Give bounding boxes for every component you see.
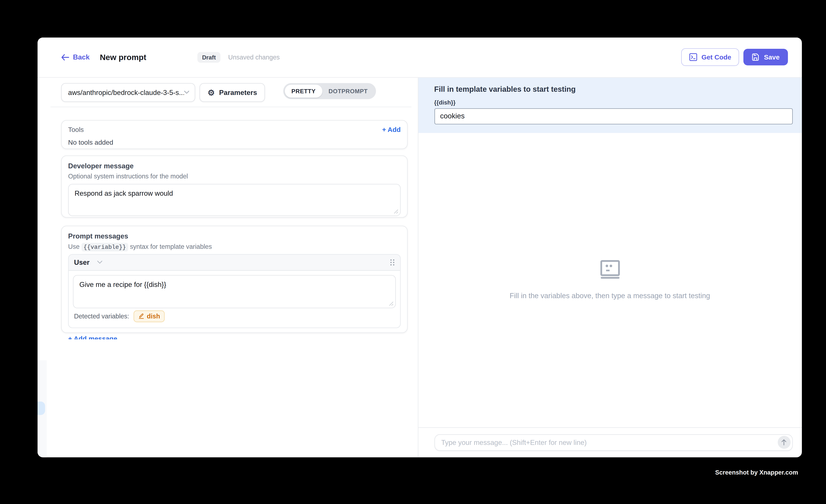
- add-message-button[interactable]: + Add message: [68, 335, 401, 339]
- chat-empty-text: Fill in the variables above, then type a…: [510, 292, 710, 300]
- screenshot-stage: Back New prompt Draft Unsaved changes Ge…: [0, 0, 826, 504]
- main-split: aws/anthropic/bedrock-claude-3-5-s... ⚙ …: [38, 77, 802, 457]
- developer-message-subtitle: Optional system instructions for the mod…: [68, 173, 401, 180]
- bot-face-icon: [600, 260, 620, 279]
- resize-handle-icon[interactable]: [389, 301, 394, 306]
- toggle-pretty[interactable]: PRETTY: [285, 84, 322, 98]
- save-button[interactable]: Save: [744, 49, 788, 66]
- message-textarea[interactable]: Give me a recipe for {{dish}}: [73, 275, 396, 308]
- variable-chip-label: dish: [147, 312, 160, 320]
- parameters-button[interactable]: ⚙ Parameters: [199, 83, 265, 102]
- back-button[interactable]: Back: [61, 53, 90, 61]
- prompt-editor-panel: aws/anthropic/bedrock-claude-3-5-s... ⚙ …: [38, 77, 417, 457]
- message-block: User Give me a recipe for {{dish}}: [68, 254, 401, 328]
- drag-handle-icon[interactable]: [390, 259, 395, 266]
- back-label: Back: [73, 53, 90, 61]
- page-title: New prompt: [100, 53, 146, 62]
- gear-icon: ⚙: [208, 88, 215, 97]
- prompt-messages-title: Prompt messages: [68, 232, 401, 240]
- model-selector[interactable]: aws/anthropic/bedrock-claude-3-5-s...: [61, 83, 195, 102]
- prompt-messages-subtitle: Use {{variable}} syntax for template var…: [68, 243, 401, 250]
- chevron-down-icon: [97, 261, 103, 264]
- variable-chip-dish[interactable]: dish: [133, 310, 165, 322]
- tools-title: Tools: [68, 126, 84, 133]
- app-window: Back New prompt Draft Unsaved changes Ge…: [38, 38, 802, 457]
- back-arrow-icon: [61, 54, 69, 60]
- developer-message-textarea[interactable]: Respond as jack sparrow would: [68, 184, 401, 216]
- tools-empty-text: No tools added: [68, 139, 401, 146]
- resize-handle-icon[interactable]: [394, 209, 399, 214]
- role-value: User: [74, 258, 90, 266]
- composer: [418, 427, 802, 457]
- terminal-icon: [689, 53, 697, 61]
- editor-cards: Tools + Add No tools added Developer mes…: [38, 107, 417, 339]
- chat-empty-state: Fill in the variables above, then type a…: [418, 133, 802, 427]
- developer-message-title: Developer message: [68, 162, 401, 170]
- status-badge: Draft: [197, 52, 221, 62]
- message-body: Give me a recipe for {{dish}} Detected v…: [69, 270, 400, 327]
- chevron-down-icon: [184, 91, 189, 94]
- get-code-button[interactable]: Get Code: [681, 48, 739, 66]
- add-tool-button[interactable]: + Add: [382, 126, 401, 133]
- model-selector-value: aws/anthropic/bedrock-claude-3-5-s...: [68, 88, 184, 97]
- template-variables-title: Fill in template variables to start test…: [434, 84, 792, 93]
- prompt-messages-card: Prompt messages Use {{variable}} syntax …: [61, 225, 408, 332]
- tools-card: Tools + Add No tools added: [61, 120, 408, 149]
- editor-toolbar: aws/anthropic/bedrock-claude-3-5-s... ⚙ …: [38, 77, 417, 107]
- detected-variables-row: Detected variables: dish: [73, 308, 396, 323]
- template-variables-section: Fill in template variables to start test…: [418, 77, 802, 133]
- send-arrow-icon: [781, 439, 787, 445]
- detected-variables-label: Detected variables:: [74, 312, 129, 320]
- watermark-text: Screenshot by Xnapper.com: [715, 469, 798, 476]
- parameters-label: Parameters: [219, 88, 257, 97]
- testing-panel: Fill in template variables to start test…: [417, 77, 802, 457]
- pencil-icon: [138, 313, 144, 319]
- format-toggle: PRETTY DOTPROMPT: [283, 83, 376, 99]
- message-header: User: [69, 254, 400, 270]
- save-label: Save: [764, 54, 779, 61]
- unsaved-changes-text: Unsaved changes: [228, 54, 280, 61]
- role-selector[interactable]: User: [74, 258, 102, 266]
- header: Back New prompt Draft Unsaved changes Ge…: [38, 38, 802, 77]
- underlying-selected-item-sliver: [38, 401, 45, 415]
- subtitle-prefix: Use: [68, 243, 79, 250]
- variable-dish-input[interactable]: [434, 108, 792, 124]
- toggle-dotprompt[interactable]: DOTPROMPT: [322, 84, 374, 98]
- variable-syntax-chip: {{variable}}: [81, 243, 128, 251]
- get-code-label: Get Code: [701, 54, 731, 61]
- variable-dish-label: {{dish}}: [434, 99, 792, 105]
- save-icon: [752, 53, 760, 61]
- chat-message-input[interactable]: [434, 434, 792, 451]
- subtitle-suffix: syntax for template variables: [130, 243, 212, 250]
- send-button[interactable]: [777, 436, 790, 449]
- developer-message-card: Developer message Optional system instru…: [61, 155, 408, 218]
